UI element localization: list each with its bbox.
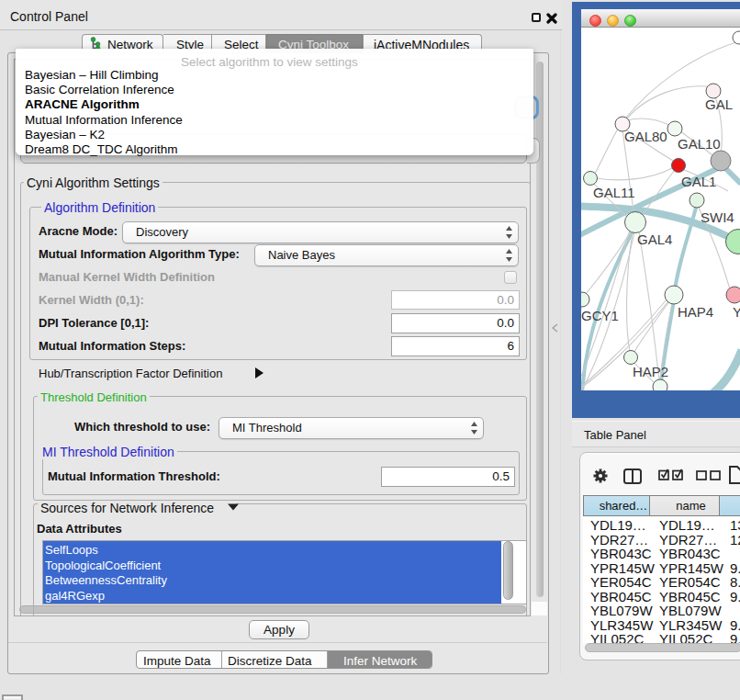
svg-text:GAL1: GAL1 bbox=[681, 174, 716, 189]
svg-text:HAP4: HAP4 bbox=[678, 304, 713, 320]
svg-text:SWI4: SWI4 bbox=[701, 209, 734, 225]
svg-text:GAL80: GAL80 bbox=[624, 129, 667, 144]
svg-text:HAP2: HAP2 bbox=[633, 364, 668, 379]
svg-text:GAL: GAL bbox=[705, 96, 733, 112]
svg-text:GAL10: GAL10 bbox=[678, 136, 721, 152]
svg-text:GAL4: GAL4 bbox=[637, 231, 672, 247]
svg-text:GAL11: GAL11 bbox=[593, 185, 635, 200]
svg-text:Y: Y bbox=[733, 304, 740, 320]
svg-text:GCY1: GCY1 bbox=[581, 308, 619, 323]
